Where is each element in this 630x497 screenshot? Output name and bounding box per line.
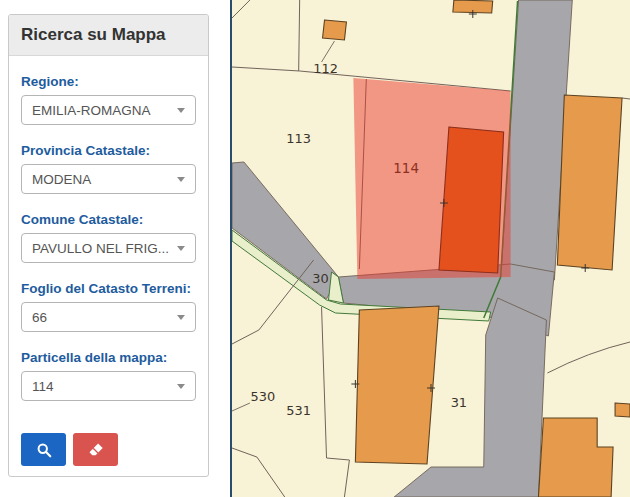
field-foglio: Foglio del Catasto Terreni: 66 xyxy=(21,281,196,332)
eraser-icon xyxy=(86,440,106,460)
field-comune: Comune Catastale: PAVULLO NEL FRIG... xyxy=(21,212,196,263)
map-canvas[interactable]: 112 113 114 30 530 531 31 xyxy=(232,0,630,497)
parcel-label-531: 531 xyxy=(286,403,311,418)
comune-select[interactable]: PAVULLO NEL FRIG... xyxy=(21,233,196,263)
selected-building xyxy=(439,127,504,273)
parcel-label-113: 113 xyxy=(286,131,311,146)
field-provincia: Provincia Catastale: MODENA xyxy=(21,143,196,194)
panel-body: Regione: EMILIA-ROMAGNA Provincia Catast… xyxy=(9,56,208,466)
building xyxy=(557,95,622,270)
particella-select[interactable]: 114 xyxy=(21,371,196,401)
chevron-down-icon xyxy=(177,315,185,320)
foglio-select[interactable]: 66 xyxy=(21,302,196,332)
field-particella: Particella della mappa: 114 xyxy=(21,350,196,401)
comune-label: Comune Catastale: xyxy=(21,212,196,227)
provincia-value: MODENA xyxy=(32,172,91,187)
search-panel: Ricerca su Mappa Regione: EMILIA-ROMAGNA… xyxy=(8,14,209,477)
building xyxy=(615,403,630,417)
regione-label: Regione: xyxy=(21,74,196,89)
particella-label: Particella della mappa: xyxy=(21,350,196,365)
parcel-label-114: 114 xyxy=(393,161,419,176)
chevron-down-icon xyxy=(177,246,185,251)
provincia-label: Provincia Catastale: xyxy=(21,143,196,158)
parcel-label-30: 30 xyxy=(312,271,328,286)
parcel-label-112: 112 xyxy=(313,61,338,76)
cadastral-map[interactable]: 112 113 114 30 530 531 31 xyxy=(230,0,630,497)
foglio-value: 66 xyxy=(32,310,47,325)
panel-title: Ricerca su Mappa xyxy=(9,15,208,56)
parcel-label-530: 530 xyxy=(251,389,276,404)
foglio-label: Foglio del Catasto Terreni: xyxy=(21,281,196,296)
field-regione: Regione: EMILIA-ROMAGNA xyxy=(21,74,196,125)
comune-value: PAVULLO NEL FRIG... xyxy=(32,241,169,256)
regione-value: EMILIA-ROMAGNA xyxy=(32,103,151,118)
particella-value: 114 xyxy=(32,379,54,394)
button-row xyxy=(21,433,196,466)
search-button[interactable] xyxy=(21,433,66,466)
regione-select[interactable]: EMILIA-ROMAGNA xyxy=(21,95,196,125)
magnifier-icon xyxy=(34,440,54,460)
clear-button[interactable] xyxy=(73,433,118,466)
chevron-down-icon xyxy=(177,108,185,113)
chevron-down-icon xyxy=(177,177,185,182)
building xyxy=(355,306,439,464)
provincia-select[interactable]: MODENA xyxy=(21,164,196,194)
chevron-down-icon xyxy=(177,384,185,389)
building xyxy=(323,20,347,40)
parcel-label-31: 31 xyxy=(451,395,467,410)
